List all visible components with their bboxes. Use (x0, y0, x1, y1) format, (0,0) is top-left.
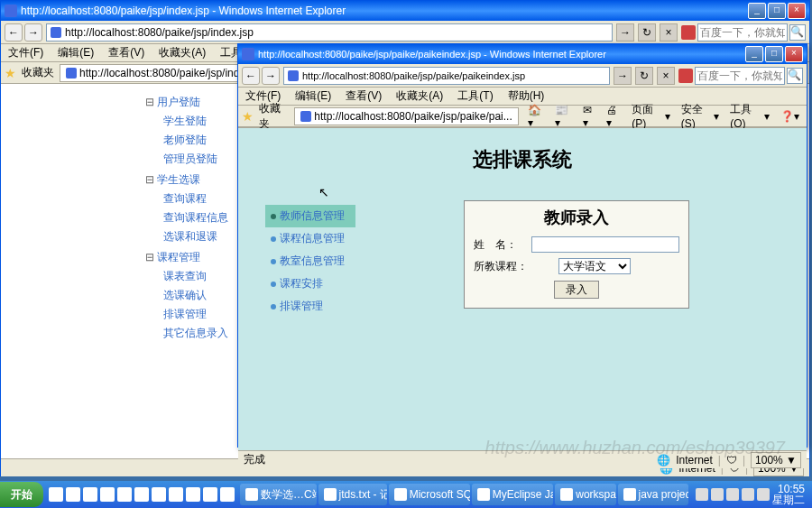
ql-icon[interactable] (49, 487, 63, 502)
ql-icon[interactable] (100, 487, 115, 502)
ql-icon[interactable] (134, 487, 149, 502)
teacher-form: 教师录入 姓 名： 所教课程： 大学语文 录入 (464, 200, 689, 309)
start-button[interactable]: 开始 (0, 482, 43, 507)
tray-icon[interactable] (757, 488, 770, 501)
maximize-button[interactable]: □ (768, 3, 786, 19)
inner-tab[interactable]: http://localhost:8080/paike/jsp/paike/pa… (294, 107, 518, 125)
zoom-level[interactable]: 100% ▼ (751, 452, 801, 468)
taskbar: 开始 数学选…C端品 jtds.txt - 记… Microsoft SQL… … (0, 481, 812, 508)
course-select[interactable]: 大学语文 (558, 258, 631, 274)
tree-item[interactable]: 管理员登陆 (145, 150, 235, 169)
task-item[interactable]: workspace (555, 484, 615, 505)
outer-search-input[interactable] (697, 23, 788, 42)
ql-icon[interactable] (169, 487, 183, 502)
menu-edit[interactable]: 编辑(E) (291, 88, 335, 105)
inner-go-button[interactable]: → (614, 67, 632, 85)
tab-icon (300, 111, 311, 122)
close-button[interactable]: × (788, 3, 806, 19)
ql-icon[interactable] (186, 487, 200, 502)
tree-item[interactable]: 查询课程信息 (145, 208, 235, 227)
name-input[interactable] (531, 236, 679, 253)
inner-search-button[interactable]: 🔍 (787, 68, 803, 84)
ql-icon[interactable] (117, 487, 132, 502)
print-button[interactable]: 🖨▾ (603, 103, 624, 130)
mail-button[interactable]: ✉▾ (579, 103, 599, 130)
task-item[interactable]: Microsoft SQL… (389, 484, 470, 505)
task-item[interactable]: MyEclipse Jav… (472, 484, 554, 505)
task-icon (324, 488, 337, 501)
menu-teacher-info[interactable]: 教师信息管理 (265, 205, 355, 227)
task-item[interactable]: 数学选…C端品 (240, 484, 317, 505)
inner-close-button[interactable]: × (785, 46, 803, 62)
tree-item[interactable]: 老师登陆 (145, 131, 235, 150)
forward-button[interactable]: → (24, 23, 42, 42)
stop-button[interactable]: × (660, 23, 678, 42)
menu-schedule-manage[interactable]: 排课管理 (265, 295, 355, 318)
tb-tools[interactable]: 工具(O)▾ (726, 101, 773, 131)
menu-favorites[interactable]: 收藏夹(A) (155, 44, 209, 61)
go-button[interactable]: → (616, 23, 634, 42)
menu-edit[interactable]: 编辑(E) (54, 44, 97, 61)
menu-view[interactable]: 查看(V) (105, 44, 148, 61)
tray-icon[interactable] (711, 488, 724, 501)
tree-header-login[interactable]: 用户登陆 (145, 93, 235, 112)
menu-favorites[interactable]: 收藏夹(A) (392, 88, 447, 105)
ql-icon[interactable] (66, 487, 80, 502)
tree-item[interactable]: 选课和退课 (145, 227, 235, 246)
inner-forward-button[interactable]: → (262, 67, 280, 85)
tree-item[interactable]: 查询课程 (145, 189, 235, 208)
tb-safety[interactable]: 安全(S)▾ (678, 101, 724, 131)
menu-tools[interactable]: 工具(T) (454, 88, 496, 105)
clock[interactable]: 10:55 星期二 (772, 484, 805, 505)
tree-item[interactable]: 排课管理 (145, 305, 235, 324)
help-button[interactable]: ❓▾ (777, 109, 803, 124)
outer-title: http://localhost:8080/paike/jsp/index.js… (21, 5, 346, 17)
refresh-button[interactable]: ↻ (638, 23, 656, 42)
menu-course-info[interactable]: 课程信息管理 (265, 227, 355, 250)
tree-item[interactable]: 学生登陆 (145, 112, 235, 131)
outer-url-input[interactable]: http://localhost:8080/paike/jsp/index.js… (46, 23, 613, 42)
tree-item[interactable]: 课表查询 (145, 267, 235, 286)
tree-item[interactable]: 选课确认 (145, 286, 235, 305)
task-item[interactable]: jtds.txt - 记… (318, 484, 387, 505)
back-button[interactable]: ← (5, 23, 23, 42)
tray-icon[interactable] (726, 488, 739, 501)
favorites-star-icon[interactable]: ★ (5, 66, 16, 80)
inner-maximize-button[interactable]: □ (765, 46, 783, 62)
submit-button[interactable]: 录入 (554, 281, 599, 299)
favorites-label[interactable]: 收藏夹 (259, 101, 289, 132)
task-icon (394, 488, 407, 501)
inner-back-button[interactable]: ← (242, 67, 260, 85)
minimize-button[interactable]: _ (748, 3, 766, 19)
home-button[interactable]: 🏠▾ (524, 103, 549, 130)
tray-icon[interactable] (742, 488, 754, 501)
ql-icon[interactable] (152, 487, 166, 502)
feed-button[interactable]: 📰▾ (551, 103, 576, 130)
tree-item[interactable]: 其它信息录入 (145, 324, 235, 343)
search-button[interactable]: 🔍 (789, 24, 806, 41)
page-title: 选排课系统 (256, 137, 789, 191)
task-item[interactable]: java project Y (618, 484, 689, 505)
ql-icon[interactable] (220, 487, 235, 502)
inner-url-input[interactable]: http://localhost:8080/paike/jsp/paike/pa… (283, 67, 610, 85)
tree-header-select[interactable]: 学生选课 (145, 171, 235, 189)
inner-minimize-button[interactable]: _ (745, 46, 763, 62)
ql-icon[interactable] (203, 487, 217, 502)
baidu-icon (681, 25, 696, 40)
favorites-star-icon[interactable]: ★ (242, 109, 254, 124)
menu-course-arrange[interactable]: 课程安排 (265, 272, 355, 295)
inner-refresh-button[interactable]: ↻ (635, 67, 653, 85)
page-icon (288, 70, 299, 81)
tb-page[interactable]: 页面(P)▾ (628, 101, 674, 131)
bullet-icon (271, 214, 276, 219)
inner-search-input[interactable] (695, 67, 785, 85)
ql-icon[interactable] (83, 487, 97, 502)
menu-classroom-info[interactable]: 教室信息管理 (265, 250, 355, 272)
favorites-label[interactable]: 收藏夹 (22, 65, 54, 80)
bullet-icon (271, 304, 276, 309)
inner-stop-button[interactable]: × (657, 67, 675, 85)
menu-view[interactable]: 查看(V) (342, 88, 385, 105)
tree-header-manage[interactable]: 课程管理 (145, 248, 235, 267)
menu-file[interactable]: 文件(F) (5, 44, 47, 61)
tray-icon[interactable] (696, 488, 708, 501)
